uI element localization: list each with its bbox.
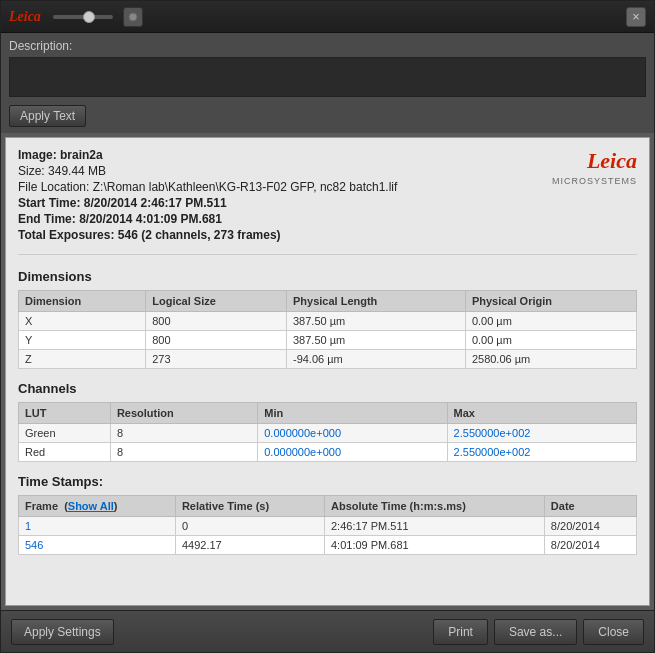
svg-point-0 (129, 13, 137, 21)
ts-col-1: Relative Time (s) (175, 496, 324, 517)
footer: Apply Settings Print Save as... Close (1, 610, 654, 652)
start-time-label: Start Time: (18, 196, 80, 210)
dim-col-1: Logical Size (146, 291, 287, 312)
ch-col-0: LUT (19, 403, 111, 424)
slider-thumb[interactable] (83, 11, 95, 23)
table-cell: 8 (110, 443, 257, 462)
table-cell: 0.00 µm (465, 312, 636, 331)
table-cell: -94.06 µm (286, 350, 465, 369)
footer-left: Apply Settings (11, 619, 427, 645)
description-section: Description: Apply Text (1, 33, 654, 133)
table-cell: 8 (110, 424, 257, 443)
image-value: brain2a (60, 148, 103, 162)
table-cell: 0.000000e+000 (258, 424, 447, 443)
slider-area (53, 15, 113, 19)
dim-col-2: Physical Length (286, 291, 465, 312)
timestamps-header-row: Frame (Show All) Relative Time (s) Absol… (19, 496, 637, 517)
apply-text-button[interactable]: Apply Text (9, 105, 86, 127)
settings-icon (128, 12, 138, 22)
description-textarea[interactable] (9, 57, 646, 97)
table-cell: 2.550000e+002 (447, 424, 636, 443)
image-line: Image: brain2a (18, 148, 397, 162)
table-cell: 546 (19, 536, 176, 555)
table-row: Red80.000000e+0002.550000e+002 (19, 443, 637, 462)
start-time-value: 8/20/2014 2:46:17 PM.511 (84, 196, 227, 210)
titlebar: Leica × (1, 1, 654, 33)
main-content: Image: brain2a Size: 349.44 MB File Loca… (1, 133, 654, 610)
timestamps-header: Time Stamps: (18, 474, 637, 489)
table-cell: 1 (19, 517, 176, 536)
end-time-label: End Time: (18, 212, 76, 226)
channels-header: Channels (18, 381, 637, 396)
end-time-value: 8/20/2014 4:01:09 PM.681 (79, 212, 222, 226)
leica-brand-subtitle: MICROSYSTEMS (552, 176, 637, 186)
file-info-text: Image: brain2a Size: 349.44 MB File Loca… (18, 148, 397, 244)
table-row: X800387.50 µm0.00 µm (19, 312, 637, 331)
table-cell: Red (19, 443, 111, 462)
frame-col-label: Frame (25, 500, 58, 512)
table-cell: 0.000000e+000 (258, 443, 447, 462)
table-row: Y800387.50 µm0.00 µm (19, 331, 637, 350)
table-cell: 2:46:17 PM.511 (324, 517, 544, 536)
dim-col-3: Physical Origin (465, 291, 636, 312)
ch-col-3: Max (447, 403, 636, 424)
table-cell: 2.550000e+002 (447, 443, 636, 462)
table-row: 102:46:17 PM.5118/20/2014 (19, 517, 637, 536)
table-cell: 800 (146, 312, 287, 331)
ch-col-1: Resolution (110, 403, 257, 424)
leica-brand-name: Leica (552, 148, 637, 174)
window-close-button[interactable]: × (626, 7, 646, 27)
table-cell: 8/20/2014 (544, 536, 636, 555)
table-cell: 4492.17 (175, 536, 324, 555)
table-cell: 8/20/2014 (544, 517, 636, 536)
table-cell: Y (19, 331, 146, 350)
file-info-section: Image: brain2a Size: 349.44 MB File Loca… (18, 148, 637, 255)
titlebar-icon-btn[interactable] (123, 7, 143, 27)
total-exp-line: Total Exposures: 546 (2 channels, 273 fr… (18, 228, 397, 242)
table-cell: 0.00 µm (465, 331, 636, 350)
table-row: 5464492.174:01:09 PM.6818/20/2014 (19, 536, 637, 555)
file-location-label: File Location: (18, 180, 89, 194)
end-time-line: End Time: 8/20/2014 4:01:09 PM.681 (18, 212, 397, 226)
file-location-line: File Location: Z:\Roman lab\Kathleen\KG-… (18, 180, 397, 194)
table-cell: 0 (175, 517, 324, 536)
table-row: Green80.000000e+0002.550000e+002 (19, 424, 637, 443)
titlebar-logo-area: Leica (9, 7, 143, 27)
dimensions-table: Dimension Logical Size Physical Length P… (18, 290, 637, 369)
start-time-line: Start Time: 8/20/2014 2:46:17 PM.511 (18, 196, 397, 210)
table-cell: Z (19, 350, 146, 369)
main-window: Leica × Description: Apply Text (0, 0, 655, 653)
content-inner[interactable]: Image: brain2a Size: 349.44 MB File Loca… (5, 137, 650, 606)
file-location-value: Z:\Roman lab\Kathleen\KG-R13-F02 GFP, nc… (93, 180, 398, 194)
table-cell: 273 (146, 350, 287, 369)
ts-col-0: Frame (Show All) (19, 496, 176, 517)
table-row: Z273-94.06 µm2580.06 µm (19, 350, 637, 369)
image-label: Image: (18, 148, 57, 162)
size-value: 349.44 MB (48, 164, 106, 178)
table-cell: X (19, 312, 146, 331)
table-cell: 387.50 µm (286, 312, 465, 331)
dimensions-header: Dimensions (18, 269, 637, 284)
slider-track[interactable] (53, 15, 113, 19)
save-as-button[interactable]: Save as... (494, 619, 577, 645)
ch-col-2: Min (258, 403, 447, 424)
leica-brand: Leica MICROSYSTEMS (552, 148, 637, 186)
leica-logo-small: Leica (9, 9, 41, 25)
channels-header-row: LUT Resolution Min Max (19, 403, 637, 424)
apply-settings-button[interactable]: Apply Settings (11, 619, 114, 645)
total-exp-label: Total Exposures: (18, 228, 114, 242)
table-cell: 387.50 µm (286, 331, 465, 350)
timestamps-table: Frame (Show All) Relative Time (s) Absol… (18, 495, 637, 555)
size-label: Size: (18, 164, 45, 178)
ts-col-3: Date (544, 496, 636, 517)
table-cell: Green (19, 424, 111, 443)
dimensions-header-row: Dimension Logical Size Physical Length P… (19, 291, 637, 312)
table-cell: 2580.06 µm (465, 350, 636, 369)
close-button[interactable]: Close (583, 619, 644, 645)
description-label: Description: (9, 39, 646, 53)
show-all-link[interactable]: Show All (68, 500, 114, 512)
dim-col-0: Dimension (19, 291, 146, 312)
print-button[interactable]: Print (433, 619, 488, 645)
table-cell: 800 (146, 331, 287, 350)
table-cell: 4:01:09 PM.681 (324, 536, 544, 555)
